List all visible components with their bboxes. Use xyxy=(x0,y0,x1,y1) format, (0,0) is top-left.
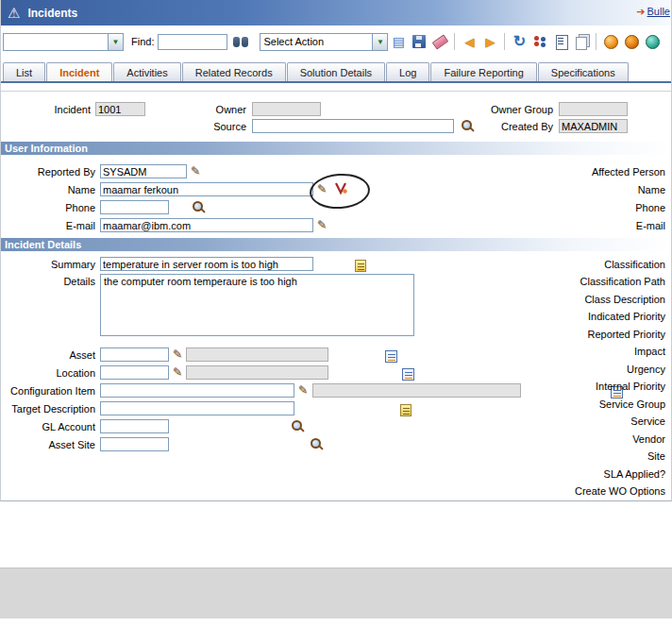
vendor-label: Vendor xyxy=(505,433,665,445)
summary-label: Summary xyxy=(6,259,95,270)
location-detail-menu-icon[interactable] xyxy=(173,366,182,378)
user-information-section-title: User Information xyxy=(1,143,88,154)
gl-account-field[interactable] xyxy=(100,419,169,433)
start-timer-icon[interactable] xyxy=(601,32,620,51)
screen: ⚠ Incidents ➔ Bulle ▼ Find: Select Actio… xyxy=(0,0,672,627)
created-by-field xyxy=(559,119,628,133)
incidents-app-icon: ⚠ xyxy=(8,6,20,20)
summary-long-description-icon[interactable] xyxy=(355,260,366,272)
location-field[interactable] xyxy=(100,365,169,380)
incident-field xyxy=(95,102,145,116)
details-textarea[interactable]: the computer room temperaure is too high xyxy=(100,274,414,336)
name-field[interactable] xyxy=(100,182,313,196)
clear-changes-icon[interactable] xyxy=(430,32,449,51)
owner-field xyxy=(252,102,321,116)
toolbar-separator xyxy=(596,33,596,50)
save-record-icon[interactable] xyxy=(410,32,428,51)
tab-incident[interactable]: Incident xyxy=(46,62,112,81)
reported-by-label: Reported By xyxy=(6,166,95,178)
impact-label: Impact xyxy=(505,346,665,357)
indicated-priority-label: Indicated Priority xyxy=(505,311,665,322)
location-description-field xyxy=(186,365,328,380)
asset-description-menu-icon[interactable] xyxy=(385,350,397,363)
stop-timer-icon[interactable] xyxy=(622,32,641,51)
owner-group-field xyxy=(559,102,628,116)
owner-group-label: Owner Group xyxy=(466,104,553,115)
tab-log[interactable]: Log xyxy=(386,62,429,81)
binoculars-search-icon[interactable] xyxy=(232,36,249,48)
incident-details-section-title: Incident Details xyxy=(1,239,81,250)
select-value-icon[interactable] xyxy=(333,181,348,195)
tab-list[interactable]: List xyxy=(3,62,45,81)
class-description-label: Class Description xyxy=(505,294,665,305)
email-detail-menu-icon[interactable] xyxy=(317,219,327,230)
affected-email-label: E-mail xyxy=(505,220,665,231)
asset-field[interactable] xyxy=(100,347,169,362)
location-description-menu-icon[interactable] xyxy=(402,368,414,381)
name-detail-menu-icon[interactable] xyxy=(317,183,327,195)
phone-field[interactable] xyxy=(100,200,169,214)
action-dropdown-arrow-icon[interactable]: ▼ xyxy=(372,34,387,50)
tab-specifications[interactable]: Specifications xyxy=(538,62,629,81)
target-description-label: Target Description xyxy=(6,403,95,415)
reported-priority-label: Reported Priority xyxy=(505,329,665,340)
change-status-icon[interactable] xyxy=(510,32,529,51)
asset-site-select-value-icon[interactable] xyxy=(309,437,323,451)
asset-detail-menu-icon[interactable] xyxy=(173,348,182,360)
tab-solution-details[interactable]: Solution Details xyxy=(287,62,385,81)
divider xyxy=(1,81,671,83)
bulletins-link[interactable]: Bulle xyxy=(647,6,670,17)
phone-select-value-icon[interactable] xyxy=(191,200,205,214)
asset-site-field[interactable] xyxy=(100,437,169,451)
name-label: Name xyxy=(6,184,95,195)
next-record-icon[interactable] xyxy=(480,32,499,51)
source-label: Source xyxy=(166,121,246,132)
run-reports-icon[interactable] xyxy=(572,32,591,51)
target-description-field[interactable] xyxy=(100,401,294,415)
incident-details-section-header: Incident Details xyxy=(1,238,671,251)
email-field[interactable] xyxy=(100,218,313,232)
phone-label: Phone xyxy=(6,202,95,213)
toolbar-separator xyxy=(504,33,505,50)
page-title: Incidents xyxy=(27,7,77,20)
target-description-long-description-icon[interactable] xyxy=(400,404,412,416)
user-information-section-header: User Information xyxy=(1,142,671,155)
source-field[interactable] xyxy=(252,119,454,133)
incident-label: Incident xyxy=(10,104,91,115)
help-icon[interactable] xyxy=(643,32,662,51)
tab-bar: List Incident Activities Related Records… xyxy=(1,60,671,81)
created-by-label: Created By xyxy=(466,121,553,132)
asset-site-label: Asset Site xyxy=(6,439,95,450)
reported-by-detail-menu-icon[interactable] xyxy=(191,165,200,177)
tab-failure-reporting[interactable]: Failure Reporting xyxy=(430,62,536,81)
configuration-item-detail-menu-icon[interactable] xyxy=(298,384,308,396)
title-bar: ⚠ Incidents ➔ Bulle xyxy=(1,0,671,25)
gl-account-select-value-icon[interactable] xyxy=(290,419,304,433)
bulletins-icon: ➔ xyxy=(636,7,645,17)
create-communication-icon[interactable] xyxy=(551,32,570,51)
summary-field[interactable] xyxy=(100,257,313,271)
affected-name-label: Name xyxy=(505,184,665,195)
site-label: Site xyxy=(505,450,665,462)
details-label: Details xyxy=(6,276,95,287)
location-label: Location xyxy=(6,367,95,379)
select-owner-icon[interactable] xyxy=(530,32,549,51)
tab-activities[interactable]: Activities xyxy=(113,62,180,81)
incidents-app-window: ⚠ Incidents ➔ Bulle ▼ Find: Select Actio… xyxy=(0,0,672,501)
configuration-item-description-field xyxy=(312,383,521,398)
previous-record-icon[interactable] xyxy=(460,32,479,51)
footer-bar xyxy=(0,568,672,619)
query-select[interactable]: ▼ xyxy=(3,33,124,51)
query-dropdown-arrow-icon[interactable]: ▼ xyxy=(108,34,123,50)
find-input[interactable] xyxy=(158,34,227,50)
affected-phone-label: Phone xyxy=(505,202,665,213)
service-group-label: Service Group xyxy=(505,398,665,410)
insert-new-record-icon[interactable] xyxy=(389,32,408,51)
select-action-value: Select Action xyxy=(260,36,372,47)
asset-description-field xyxy=(186,347,328,362)
tab-related-records[interactable]: Related Records xyxy=(182,62,286,81)
gl-account-label: GL Account xyxy=(6,421,95,432)
reported-by-field[interactable] xyxy=(100,164,187,178)
select-action-dropdown[interactable]: Select Action ▼ xyxy=(260,33,388,51)
configuration-item-field[interactable] xyxy=(100,383,294,398)
